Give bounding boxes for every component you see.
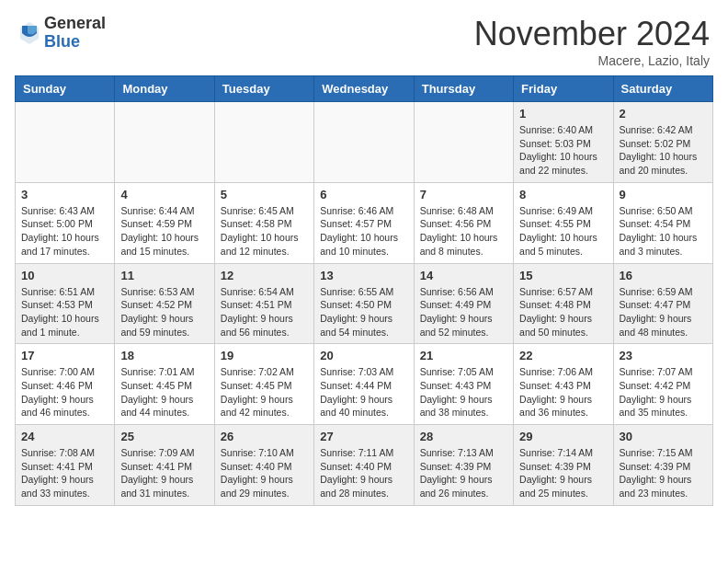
day-number: 8 xyxy=(519,188,607,201)
day-info: Sunrise: 7:06 AMSunset: 4:43 PMDaylight:… xyxy=(519,365,607,419)
day-info: Sunrise: 6:48 AMSunset: 4:56 PMDaylight:… xyxy=(420,204,507,259)
day-info: Sunrise: 6:56 AMSunset: 4:49 PMDaylight:… xyxy=(420,285,507,339)
day-number: 14 xyxy=(420,269,507,282)
day-info: Sunrise: 7:09 AMSunset: 4:41 PMDaylight:… xyxy=(120,446,208,500)
day-number: 3 xyxy=(21,188,108,201)
calendar-cell: 20Sunrise: 7:03 AMSunset: 4:44 PMDayligh… xyxy=(314,344,414,425)
day-number: 23 xyxy=(620,349,707,362)
calendar-wrap: Sunday Monday Tuesday Wednesday Thursday… xyxy=(0,75,728,513)
day-info: Sunrise: 7:05 AMSunset: 4:43 PMDaylight:… xyxy=(420,365,507,419)
day-info: Sunrise: 6:59 AMSunset: 4:47 PMDaylight:… xyxy=(620,285,707,339)
col-friday: Friday xyxy=(514,76,613,102)
day-number: 30 xyxy=(620,430,707,443)
day-number: 26 xyxy=(221,430,308,443)
day-number: 27 xyxy=(320,430,407,443)
day-info: Sunrise: 7:01 AMSunset: 4:45 PMDaylight:… xyxy=(120,365,208,419)
calendar-cell xyxy=(314,102,414,183)
calendar-cell: 17Sunrise: 7:00 AMSunset: 4:46 PMDayligh… xyxy=(16,344,115,425)
calendar-cell: 15Sunrise: 6:57 AMSunset: 4:48 PMDayligh… xyxy=(514,263,613,344)
calendar-table: Sunday Monday Tuesday Wednesday Thursday… xyxy=(15,75,713,506)
calendar-body: 1Sunrise: 6:40 AMSunset: 5:03 PMDaylight… xyxy=(16,102,713,506)
day-number: 2 xyxy=(620,107,707,121)
day-number: 19 xyxy=(221,349,308,362)
calendar-cell: 29Sunrise: 7:14 AMSunset: 4:39 PMDayligh… xyxy=(514,425,613,506)
calendar-week-row: 17Sunrise: 7:00 AMSunset: 4:46 PMDayligh… xyxy=(16,344,713,425)
day-number: 24 xyxy=(21,430,108,443)
weekday-header-row: Sunday Monday Tuesday Wednesday Thursday… xyxy=(16,76,713,102)
day-info: Sunrise: 7:15 AMSunset: 4:39 PMDaylight:… xyxy=(620,446,707,500)
calendar-cell: 6Sunrise: 6:46 AMSunset: 4:57 PMDaylight… xyxy=(314,182,414,263)
calendar-cell: 22Sunrise: 7:06 AMSunset: 4:43 PMDayligh… xyxy=(514,344,613,425)
day-number: 29 xyxy=(519,430,607,443)
day-info: Sunrise: 6:57 AMSunset: 4:48 PMDaylight:… xyxy=(519,285,607,339)
calendar-week-row: 10Sunrise: 6:51 AMSunset: 4:53 PMDayligh… xyxy=(16,263,713,344)
day-info: Sunrise: 6:46 AMSunset: 4:57 PMDaylight:… xyxy=(320,204,407,259)
calendar-cell: 11Sunrise: 6:53 AMSunset: 4:52 PMDayligh… xyxy=(115,263,214,344)
calendar-cell: 2Sunrise: 6:42 AMSunset: 5:02 PMDaylight… xyxy=(613,102,712,183)
day-number: 21 xyxy=(420,349,507,362)
day-number: 22 xyxy=(519,349,607,362)
day-info: Sunrise: 7:03 AMSunset: 4:44 PMDaylight:… xyxy=(320,365,407,419)
calendar-cell: 19Sunrise: 7:02 AMSunset: 4:45 PMDayligh… xyxy=(214,344,313,425)
calendar-cell xyxy=(414,102,513,183)
month-title: November 2024 xyxy=(474,15,710,53)
calendar-week-row: 24Sunrise: 7:08 AMSunset: 4:41 PMDayligh… xyxy=(16,425,713,506)
calendar-cell: 23Sunrise: 7:07 AMSunset: 4:42 PMDayligh… xyxy=(613,344,712,425)
col-thursday: Thursday xyxy=(414,76,513,102)
day-info: Sunrise: 6:50 AMSunset: 4:54 PMDaylight:… xyxy=(620,204,707,259)
col-tuesday: Tuesday xyxy=(214,76,313,102)
calendar-cell xyxy=(16,102,115,183)
day-number: 17 xyxy=(21,349,108,362)
day-number: 18 xyxy=(120,349,208,362)
day-info: Sunrise: 6:53 AMSunset: 4:52 PMDaylight:… xyxy=(120,285,208,339)
day-number: 1 xyxy=(519,107,607,121)
logo: General Blue xyxy=(18,15,106,52)
day-number: 6 xyxy=(320,188,407,201)
location: Macere, Lazio, Italy xyxy=(474,53,710,68)
calendar-cell: 1Sunrise: 6:40 AMSunset: 5:03 PMDaylight… xyxy=(514,102,613,183)
calendar-cell: 30Sunrise: 7:15 AMSunset: 4:39 PMDayligh… xyxy=(613,425,712,506)
col-saturday: Saturday xyxy=(613,76,712,102)
day-info: Sunrise: 7:10 AMSunset: 4:40 PMDaylight:… xyxy=(221,446,308,500)
day-number: 9 xyxy=(620,188,707,201)
day-info: Sunrise: 7:02 AMSunset: 4:45 PMDaylight:… xyxy=(221,365,308,419)
day-number: 7 xyxy=(420,188,507,201)
day-number: 13 xyxy=(320,269,407,282)
calendar-cell: 16Sunrise: 6:59 AMSunset: 4:47 PMDayligh… xyxy=(613,263,712,344)
calendar-cell: 26Sunrise: 7:10 AMSunset: 4:40 PMDayligh… xyxy=(214,425,313,506)
calendar-cell: 9Sunrise: 6:50 AMSunset: 4:54 PMDaylight… xyxy=(613,182,712,263)
day-info: Sunrise: 7:08 AMSunset: 4:41 PMDaylight:… xyxy=(21,446,108,500)
day-info: Sunrise: 6:45 AMSunset: 4:58 PMDaylight:… xyxy=(221,204,308,259)
col-wednesday: Wednesday xyxy=(314,76,414,102)
logo-blue-text: Blue xyxy=(44,33,106,52)
day-info: Sunrise: 6:49 AMSunset: 4:55 PMDaylight:… xyxy=(519,204,607,259)
day-info: Sunrise: 7:13 AMSunset: 4:39 PMDaylight:… xyxy=(420,446,507,500)
calendar-cell xyxy=(115,102,214,183)
day-number: 12 xyxy=(221,269,308,282)
calendar-cell: 3Sunrise: 6:43 AMSunset: 5:00 PMDaylight… xyxy=(16,182,115,263)
col-sunday: Sunday xyxy=(16,76,115,102)
day-number: 28 xyxy=(420,430,507,443)
calendar-cell: 5Sunrise: 6:45 AMSunset: 4:58 PMDaylight… xyxy=(214,182,313,263)
calendar-cell: 8Sunrise: 6:49 AMSunset: 4:55 PMDaylight… xyxy=(514,182,613,263)
day-number: 11 xyxy=(120,269,208,282)
day-info: Sunrise: 7:11 AMSunset: 4:40 PMDaylight:… xyxy=(320,446,407,500)
calendar-cell: 27Sunrise: 7:11 AMSunset: 4:40 PMDayligh… xyxy=(314,425,414,506)
calendar-cell: 21Sunrise: 7:05 AMSunset: 4:43 PMDayligh… xyxy=(414,344,513,425)
day-info: Sunrise: 6:40 AMSunset: 5:03 PMDaylight:… xyxy=(519,123,607,178)
calendar-week-row: 1Sunrise: 6:40 AMSunset: 5:03 PMDaylight… xyxy=(16,102,713,183)
day-number: 25 xyxy=(120,430,208,443)
calendar-cell: 4Sunrise: 6:44 AMSunset: 4:59 PMDaylight… xyxy=(115,182,214,263)
day-info: Sunrise: 6:44 AMSunset: 4:59 PMDaylight:… xyxy=(120,204,208,259)
calendar-cell: 25Sunrise: 7:09 AMSunset: 4:41 PMDayligh… xyxy=(115,425,214,506)
day-number: 15 xyxy=(519,269,607,282)
day-number: 20 xyxy=(320,349,407,362)
day-number: 16 xyxy=(620,269,707,282)
day-info: Sunrise: 7:00 AMSunset: 4:46 PMDaylight:… xyxy=(21,365,108,419)
calendar-cell: 12Sunrise: 6:54 AMSunset: 4:51 PMDayligh… xyxy=(214,263,313,344)
calendar-cell: 10Sunrise: 6:51 AMSunset: 4:53 PMDayligh… xyxy=(16,263,115,344)
day-info: Sunrise: 7:14 AMSunset: 4:39 PMDaylight:… xyxy=(519,446,607,500)
page-header: General Blue November 2024 Macere, Lazio… xyxy=(0,0,728,75)
day-number: 5 xyxy=(221,188,308,201)
calendar-cell: 24Sunrise: 7:08 AMSunset: 4:41 PMDayligh… xyxy=(16,425,115,506)
